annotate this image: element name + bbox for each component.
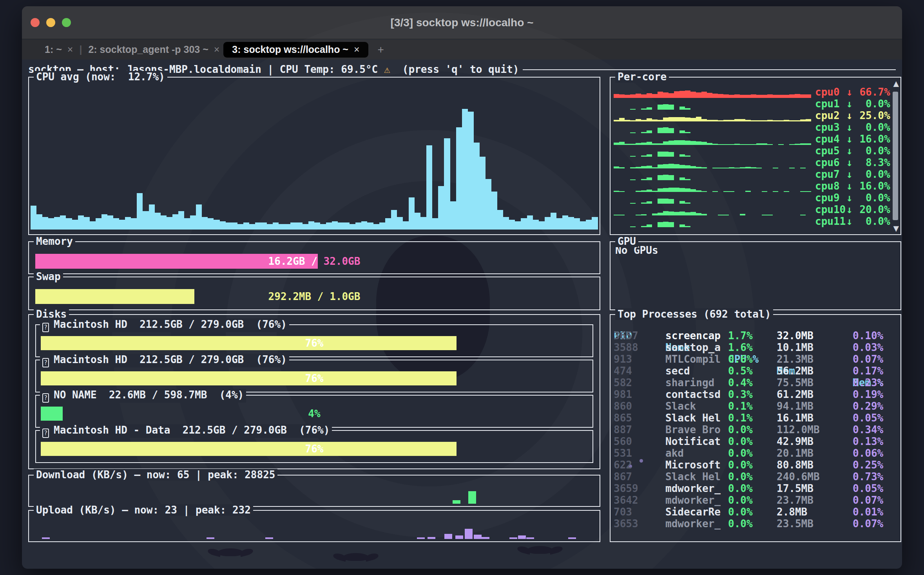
- process-name: Slack Hel: [665, 412, 721, 424]
- spark-bar: [679, 140, 685, 145]
- spark-bar: [669, 117, 674, 121]
- spark-bar: [663, 164, 669, 168]
- spark-bar: [800, 143, 806, 145]
- spark-bar: [663, 175, 669, 180]
- cpu-avg-bar: [586, 220, 592, 230]
- core-row: cpu5↓0.0%: [614, 145, 890, 157]
- panel-gpu: GPU No GPUs: [610, 241, 901, 310]
- spark-bar: [663, 118, 669, 121]
- spark-bar: [647, 154, 652, 157]
- cpu-avg-bar: [444, 138, 450, 230]
- memory-title: Memory: [34, 235, 75, 247]
- spark-bar: [773, 191, 778, 192]
- scroll-down-icon[interactable]: ▼: [893, 223, 899, 233]
- cpu-avg-bar: [468, 112, 474, 230]
- cpu-avg-bar: [273, 222, 279, 230]
- upload-bar: [428, 537, 435, 539]
- process-cpu: 1.6%: [728, 342, 753, 353]
- process-row: 622Microsoft0.0%80.8MB0.25%: [611, 459, 900, 471]
- process-cpu: 0.0%: [728, 494, 753, 506]
- arrow-down-icon: ↓: [846, 215, 853, 227]
- process-mem-pct: 0.34%: [853, 424, 883, 436]
- process-name: MTLCompil: [665, 353, 721, 365]
- spark-bar: [745, 95, 751, 98]
- process-row: 531akd0.0%20.1MB0.06%: [611, 447, 900, 459]
- cpu-avg-bar: [361, 221, 367, 230]
- arrow-down-icon: ↓: [846, 121, 853, 133]
- spark-bar: [669, 199, 674, 204]
- tab-1[interactable]: 1: ~ ×: [41, 42, 77, 58]
- spark-bar: [685, 226, 690, 227]
- spark-bar: [789, 168, 795, 168]
- core-percent: 8.3%: [853, 157, 890, 168]
- close-tab-icon[interactable]: ×: [67, 44, 73, 55]
- tab-2[interactable]: 2: socktop_agent -p 303 ~ ×: [84, 42, 223, 58]
- spark-bar: [685, 156, 690, 157]
- spark-bar: [614, 215, 619, 215]
- cpu-avg-bar: [66, 218, 72, 230]
- cpu-avg-bar: [515, 221, 521, 230]
- arrow-down-icon: ↓: [846, 180, 853, 192]
- spark-bar: [619, 167, 625, 168]
- spark-bar: [625, 144, 630, 145]
- process-name: contactsd: [665, 389, 721, 400]
- core-name: cpu1: [815, 98, 846, 110]
- spark-bar: [734, 168, 740, 168]
- panel-per-core: Per-core cpu0↓66.7%cpu1↓0.0%cpu2↓25.0%cp…: [610, 77, 901, 235]
- scroll-up-icon[interactable]: ▲: [893, 78, 899, 89]
- panel-top-processes: Top Processes (692 total) PID Name CPU %…: [610, 314, 901, 542]
- process-mem-pct: 0.05%: [853, 412, 883, 424]
- disk-icon: ?: [42, 429, 49, 438]
- spark-bar: [723, 144, 729, 145]
- spark-bar: [619, 215, 625, 215]
- spark-bar: [800, 94, 806, 98]
- spark-bar: [685, 188, 690, 192]
- process-cpu: 0.4%: [728, 377, 753, 389]
- cpu-avg-bar: [562, 215, 568, 230]
- core-percent: 25.0%: [853, 110, 890, 121]
- process-mem: 17.5MB: [777, 483, 813, 494]
- tab-bar: 1: ~ × | 2: socktop_agent -p 303 ~ × 3: …: [22, 40, 902, 60]
- core-name: cpu4: [815, 133, 846, 145]
- new-tab-button[interactable]: +: [368, 43, 384, 56]
- download-bar: [453, 500, 460, 504]
- spark-bar: [806, 143, 811, 145]
- spark-bar: [641, 203, 647, 204]
- spark-bar: [641, 190, 647, 192]
- cpu-avg-bar: [438, 186, 444, 230]
- spark-bar: [674, 117, 679, 121]
- spark-bar: [784, 95, 789, 98]
- process-mem-pct: 0.07%: [853, 518, 883, 530]
- spark-bar: [647, 166, 652, 168]
- process-mem: 23.5MB: [777, 518, 813, 530]
- cpu-avg-bar: [450, 201, 456, 230]
- upload-bar: [465, 529, 473, 539]
- cpu-avg-bar: [462, 109, 468, 230]
- core-name: cpu8: [815, 180, 846, 192]
- cpu-avg-title: CPU avg (now: 12.7%): [34, 71, 167, 83]
- process-cpu: 0.0%: [728, 518, 753, 530]
- tab-3-active[interactable]: 3: socktop ws://localho ~ ×: [223, 42, 368, 58]
- core-row: cpu10↓20.0%: [614, 204, 890, 215]
- spark-bar: [690, 212, 696, 215]
- process-mem: 23.7MB: [777, 494, 813, 506]
- scrollbar-thumb[interactable]: [893, 92, 898, 220]
- process-name: Slack: [665, 400, 696, 412]
- spark-bar: [669, 105, 674, 110]
- core-percent: 20.0%: [853, 204, 890, 215]
- spark-bar: [652, 167, 658, 168]
- spark-bar: [636, 215, 641, 215]
- spark-bar: [745, 191, 751, 192]
- close-tab-icon[interactable]: ×: [354, 44, 360, 55]
- spark-bar: [663, 141, 669, 145]
- spark-bar: [647, 224, 652, 227]
- process-pid: 3659: [614, 483, 638, 494]
- close-tab-icon[interactable]: ×: [214, 44, 220, 55]
- arrow-down-icon: ↓: [846, 192, 853, 204]
- swap-label: 292.2MB / 1.0GB: [35, 289, 593, 304]
- arrow-down-icon: ↓: [846, 157, 853, 168]
- spark-bar: [674, 212, 679, 215]
- process-mem: 42.9MB: [777, 436, 813, 447]
- process-pid: 703: [614, 506, 632, 518]
- process-mem: 56.2MB: [777, 365, 813, 377]
